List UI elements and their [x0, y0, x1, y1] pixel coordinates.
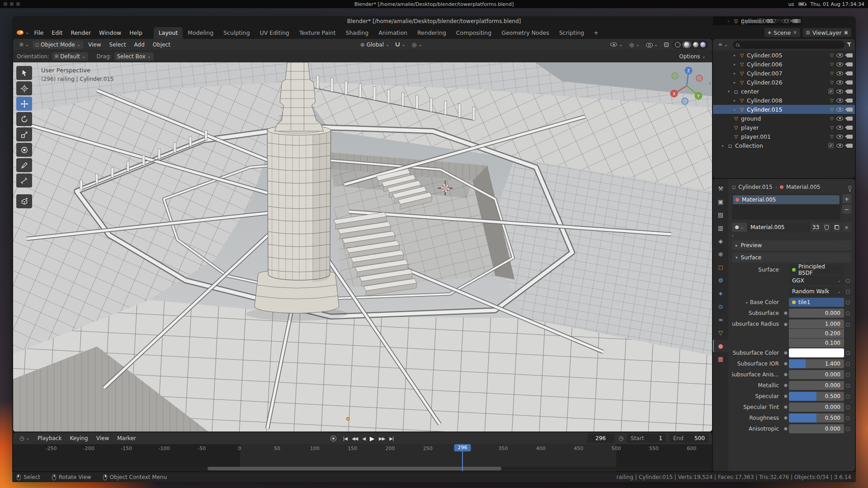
outliner-row-cylinder-006[interactable]: ▸▽Cylinder.006▽	[713, 60, 855, 69]
navigation-gizmo[interactable]: X Y Z	[666, 65, 708, 107]
decorator-dot[interactable]	[844, 362, 851, 366]
tool-scale-button[interactable]	[16, 127, 32, 141]
hide-eye-icon[interactable]	[836, 108, 843, 112]
tool-move-button[interactable]	[16, 97, 32, 111]
timeline-editor-type-button[interactable]	[17, 435, 33, 442]
view-layer-selector[interactable]: ViewLayer	[803, 28, 851, 37]
expand-caret[interactable]: ▸	[732, 108, 737, 112]
outliner-row-ground[interactable]: ▽ground▽	[713, 114, 855, 123]
properties-tab-modifiers[interactable]: ⚙	[713, 274, 728, 286]
material-slot-item[interactable]: Material.005	[733, 195, 840, 204]
disable-render-icon[interactable]	[847, 71, 853, 75]
shading-solid-button[interactable]	[682, 41, 691, 48]
outliner-row-player-001[interactable]: ▽player.001▽	[713, 132, 855, 141]
system-clock[interactable]: Thu, 01 Aug 17:34:34	[810, 1, 864, 7]
current-frame-field[interactable]: 296	[587, 434, 614, 443]
frame-end-field[interactable]: End 500	[670, 434, 708, 443]
menu-help[interactable]: Help	[125, 28, 146, 37]
property-control[interactable]: 1.400	[789, 359, 844, 368]
tray-icon[interactable]	[16, 2, 20, 6]
tab-scripting[interactable]: Scripting	[554, 27, 590, 39]
tool-transform-button[interactable]	[16, 143, 32, 157]
tool-tweak-button[interactable]	[16, 66, 32, 80]
shading-wireframe-button[interactable]	[675, 42, 680, 47]
zoom-icon[interactable]	[694, 110, 703, 119]
properties-tab-world[interactable]: ⊕	[713, 248, 728, 260]
tool-annotate-button[interactable]	[16, 158, 32, 172]
hide-eye-icon[interactable]	[836, 71, 843, 75]
vector-value-field[interactable]: 0.200	[789, 329, 844, 338]
expand-caret[interactable]: ▾	[726, 89, 731, 94]
properties-tab-physics[interactable]: ⊙	[713, 300, 728, 313]
timeline-menu-view[interactable]: View	[92, 434, 113, 442]
breadcrumb-object[interactable]: Cylinder.015	[738, 184, 772, 190]
property-control[interactable]: 0.500	[789, 413, 844, 422]
copy-icon[interactable]	[844, 30, 848, 35]
outliner-row-cylinder-015[interactable]: ▸▽Cylinder.015▽	[713, 105, 855, 114]
tray-icon[interactable]	[4, 2, 7, 6]
property-control[interactable]: 0.500	[789, 392, 844, 401]
outliner-row-cylinder-008[interactable]: ▸▽Cylinder.008▽	[713, 96, 855, 105]
outliner-editor-type-button[interactable]	[716, 42, 731, 48]
timeline-menu-playback[interactable]: Playback	[33, 434, 66, 442]
preview-panel-header[interactable]: ▸ Preview ····	[732, 240, 851, 250]
property-control[interactable]	[789, 348, 844, 357]
viewport-menu-view[interactable]: View	[84, 41, 105, 49]
viewport-menu-object[interactable]: Object	[149, 41, 175, 49]
hide-eye-icon[interactable]	[836, 126, 843, 130]
shading-rendered-button[interactable]	[700, 42, 706, 47]
decorator-dot[interactable]	[844, 416, 851, 420]
expand-caret[interactable]: ▸	[732, 53, 737, 57]
decorator-dot[interactable]	[844, 279, 851, 283]
hide-eye-icon[interactable]	[836, 99, 843, 103]
transport-play-reverse-button[interactable]: ◀	[360, 435, 368, 442]
transport-jump-start-button[interactable]: |◀	[341, 435, 349, 442]
transform-orientation-dropdown[interactable]: Global	[358, 41, 392, 49]
playhead-flag[interactable]: 296	[454, 444, 471, 451]
hide-eye-icon[interactable]	[836, 89, 843, 94]
collection-checkbox[interactable]: ✓	[828, 143, 834, 148]
tab-sculpting[interactable]: Sculpting	[218, 27, 255, 39]
outliner-row-cylinder-007[interactable]: ▸▽Cylinder.007▽	[713, 69, 855, 78]
expand-caret[interactable]: ▸	[732, 80, 737, 84]
object-origin-dot[interactable]	[347, 418, 349, 420]
property-control[interactable]: 0.000	[789, 381, 844, 390]
expand-caret[interactable]: ▸	[732, 99, 737, 103]
keyboard-layout[interactable]: us	[788, 1, 794, 7]
material-slot-list[interactable]: Material.005	[732, 194, 840, 220]
property-control[interactable]: GGX⌄	[789, 276, 844, 285]
disable-render-icon[interactable]	[847, 144, 853, 148]
tab-layout[interactable]: Layout	[154, 27, 183, 39]
close-icon[interactable]	[793, 30, 797, 35]
tool-add-cube-button[interactable]	[16, 194, 32, 208]
sidebar-collapse-arrow[interactable]: ‹	[708, 80, 711, 87]
browse-material-button[interactable]	[732, 223, 747, 232]
tab-geometry-nodes[interactable]: Geometry Nodes	[496, 27, 554, 39]
properties-tab-output[interactable]: ▤	[713, 209, 728, 221]
disable-render-icon[interactable]	[847, 62, 853, 66]
perspective-grid-icon[interactable]	[694, 154, 703, 163]
property-control[interactable]: Random Walk⌄	[789, 287, 844, 296]
system-tray-icons[interactable]	[4, 2, 20, 6]
transport-next-keyframe-button[interactable]: ▶▶	[377, 435, 387, 442]
disable-render-icon[interactable]	[847, 126, 853, 130]
overlays-dropdown[interactable]	[643, 42, 660, 48]
menu-render[interactable]: Render	[67, 28, 95, 37]
hide-eye-icon[interactable]	[836, 62, 843, 66]
transport-play-button[interactable]: ▶	[368, 434, 377, 443]
timeline-scrollbar[interactable]	[208, 467, 501, 470]
properties-tab-render[interactable]: ▣	[713, 196, 728, 208]
expand-caret[interactable]: ▸	[721, 144, 725, 148]
editor-type-button[interactable]	[17, 42, 32, 48]
outliner-search[interactable]	[733, 41, 844, 49]
pan-hand-icon[interactable]	[694, 125, 703, 134]
hide-eye-icon[interactable]	[836, 80, 843, 84]
timeline-track-area[interactable]: -250-200-150-100-50050100150200250300350…	[13, 444, 712, 471]
timeline-menu-keying[interactable]: Keying	[66, 434, 92, 442]
property-control[interactable]: 0.000	[789, 403, 844, 412]
collection-checkbox[interactable]: ✓	[828, 89, 834, 94]
tool-cursor-button[interactable]	[16, 81, 32, 95]
decorator-dot[interactable]	[844, 394, 851, 399]
properties-tab-object-data[interactable]: ▽	[713, 327, 728, 339]
snap-toggle[interactable]	[393, 42, 408, 48]
